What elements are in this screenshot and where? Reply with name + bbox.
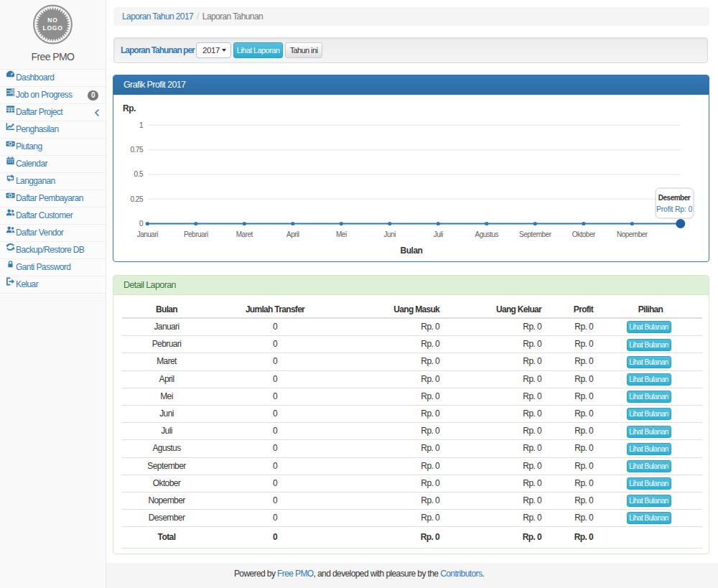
svg-text:Pebruari: Pebruari [184, 230, 208, 238]
svg-text:Maret: Maret [236, 230, 253, 238]
svg-text:Juni: Juni [384, 230, 396, 238]
svg-text:Desember: Desember [658, 194, 691, 202]
svg-text:Agustus: Agustus [475, 230, 498, 238]
svg-text:0.25: 0.25 [131, 195, 144, 203]
svg-text:April: April [286, 230, 299, 238]
svg-text:Oktober: Oktober [572, 230, 596, 238]
svg-text:Januari: Januari [137, 230, 159, 238]
svg-text:0: 0 [139, 220, 144, 228]
svg-text:0.5: 0.5 [134, 170, 144, 178]
svg-text:1: 1 [139, 121, 144, 129]
svg-text:NO: NO [47, 17, 57, 24]
svg-text:Rp.: Rp. [123, 103, 136, 113]
svg-text:Nopember: Nopember [617, 230, 648, 238]
svg-text:Profit Rp: 0: Profit Rp: 0 [656, 205, 692, 213]
svg-text:Bulan: Bulan [401, 246, 423, 256]
svg-text:Mei: Mei [336, 230, 347, 238]
svg-text:September: September [519, 230, 552, 238]
svg-text:LOGO: LOGO [42, 24, 62, 32]
svg-text:Juli: Juli [434, 230, 443, 238]
svg-text:0.75: 0.75 [131, 146, 144, 154]
